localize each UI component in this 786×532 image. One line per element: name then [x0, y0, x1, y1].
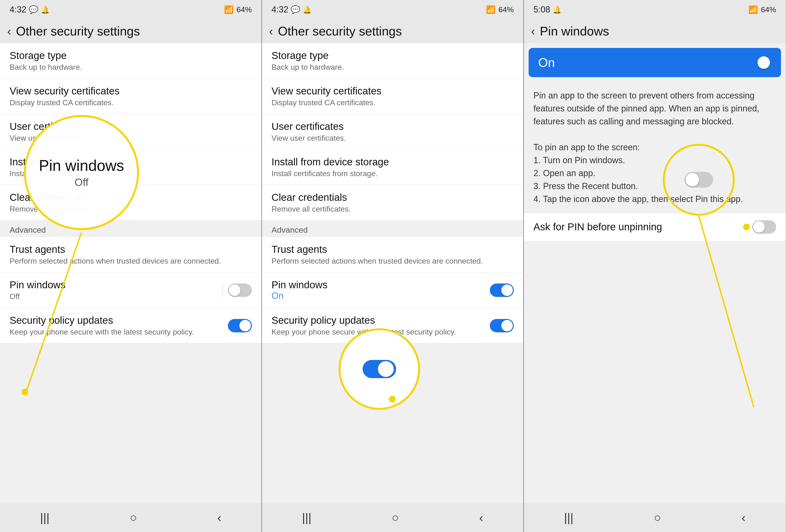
pin-windows-circle-overlay: Pin windows Off	[24, 115, 139, 230]
security-toggle-2[interactable]	[490, 319, 514, 332]
toggle-in-circle-p3[interactable]	[685, 172, 713, 188]
item-title: Install from device storage	[272, 156, 514, 168]
item-title: Storage type	[272, 50, 514, 61]
item-subtitle: Remove all certificates.	[272, 205, 514, 213]
list-item-pinwindows-2[interactable]: Pin windows On	[262, 273, 523, 308]
bottom-nav-1: ||| ○ ‹	[0, 503, 261, 532]
nav-home-1[interactable]: ○	[130, 511, 137, 525]
circle-title: Pin windows	[39, 157, 124, 175]
pinwindows-on-2: On	[272, 291, 490, 301]
toggle-circle-overlay-2	[339, 328, 420, 410]
pin-description: Pin an app to the screen to prevent othe…	[524, 82, 786, 213]
pin-on-toggle[interactable]	[745, 55, 771, 70]
sound-icon-2: 🔔	[303, 5, 311, 14]
security-subtitle-1: Keep your phone secure with the latest s…	[9, 328, 228, 337]
page-title-2: Other security settings	[278, 24, 402, 38]
yellow-dot-2	[389, 396, 396, 402]
content-2: Storage type Back up to hardware. View s…	[262, 43, 523, 503]
yellow-dot-1	[22, 389, 28, 395]
ask-pin-toggle[interactable]	[752, 220, 776, 234]
battery-1: 64%	[236, 5, 252, 14]
toggle-thumb	[229, 284, 240, 296]
item-subtitle: Back up to hardware.	[9, 63, 252, 72]
item-subtitle: Display trusted CA certificates.	[9, 98, 252, 107]
trust-title-1: Trust agents	[9, 244, 252, 255]
nav-home-2[interactable]: ○	[392, 511, 399, 525]
ask-pin-label: Ask for PIN before unpinning	[533, 221, 743, 233]
security-title-2: Security policy updates	[272, 315, 490, 326]
nav-back-3[interactable]: ‹	[741, 511, 745, 525]
list-item-usercerts-2[interactable]: User certificates View user certificates…	[262, 114, 523, 149]
bottom-nav-2: ||| ○ ‹	[262, 503, 523, 532]
status-bar-1: 4:32 💬 🔔 📶 64%	[0, 0, 261, 19]
item-subtitle: Display trusted CA certificates.	[272, 98, 514, 107]
item-title: Storage type	[9, 50, 252, 61]
time-2: 4:32	[272, 4, 288, 15]
toggle-thumb	[758, 56, 770, 69]
toggle-thumb	[686, 173, 699, 186]
back-button-3[interactable]: ‹	[531, 24, 535, 38]
toggle-thumb	[753, 221, 765, 233]
panel-3: 5:08 🔔 📶 64% ‹ Pin windows On Pin an app…	[524, 0, 786, 532]
sound-icon: 🔔	[41, 5, 50, 14]
item-title: View security certificates	[9, 85, 252, 97]
toggle-circle-p3	[663, 144, 735, 216]
list-item-viewcerts-1[interactable]: View security certificates Display trust…	[0, 78, 261, 114]
item-subtitle: Install certificates from storage.	[272, 169, 514, 178]
yellow-dot-3	[743, 224, 750, 230]
item-title: View security certificates	[272, 85, 514, 97]
toggle-in-circle[interactable]	[363, 360, 396, 378]
trust-subtitle-2: Perform selected actions when trusted de…	[272, 257, 514, 265]
circle-subtitle: Off	[74, 176, 88, 188]
top-bar-3: ‹ Pin windows	[524, 19, 786, 43]
status-bar-2: 4:32 💬 🔔 📶 64%	[262, 0, 523, 19]
list-item-trust-2[interactable]: Trust agents Perform selected actions wh…	[262, 237, 523, 273]
security-title-1: Security policy updates	[9, 315, 228, 326]
list-item-install-2[interactable]: Install from device storage Install cert…	[262, 149, 523, 185]
list-item-security-1[interactable]: Security policy updates Keep your phone …	[0, 308, 261, 343]
item-title: User certificates	[272, 121, 514, 132]
pin-windows-toggle-2[interactable]	[490, 283, 514, 297]
content-1: Storage type Back up to hardware. View s…	[0, 43, 261, 503]
page-title-3: Pin windows	[540, 24, 609, 38]
nav-home-3[interactable]: ○	[654, 511, 661, 525]
nav-recents-3[interactable]: |||	[564, 511, 574, 525]
sound-icon-3: 🔔	[553, 5, 561, 14]
ask-pin-row[interactable]: Ask for PIN before unpinning	[524, 213, 786, 241]
trust-title-2: Trust agents	[272, 244, 514, 255]
pin-on-bar[interactable]: On	[529, 48, 781, 77]
bottom-nav-3: ||| ○ ‹	[524, 503, 786, 532]
top-bar-2: ‹ Other security settings	[262, 19, 523, 43]
pinwindows-subtitle-1: Off	[9, 292, 218, 301]
back-button-1[interactable]: ‹	[7, 24, 11, 38]
nav-back-1[interactable]: ‹	[217, 511, 222, 525]
top-bar-1: ‹ Other security settings	[0, 19, 261, 43]
list-item-viewcerts-2[interactable]: View security certificates Display trust…	[262, 78, 523, 114]
toggle-thumb	[501, 320, 513, 331]
battery-2: 64%	[499, 5, 514, 14]
battery-3: 64%	[761, 5, 776, 14]
back-button-2[interactable]: ‹	[269, 24, 273, 38]
list-item-storage-2[interactable]: Storage type Back up to hardware.	[262, 43, 523, 78]
toggle-thumb	[501, 284, 513, 296]
nav-back-2[interactable]: ‹	[479, 511, 483, 525]
panel-1: 4:32 💬 🔔 📶 64% ‹ Other security settings…	[0, 0, 262, 532]
section-advanced-2: Advanced	[262, 221, 523, 237]
wifi-icon: 📶	[224, 5, 234, 14]
wifi-icon-2: 📶	[486, 5, 495, 14]
content-3: On Pin an app to the screen to prevent o…	[524, 43, 786, 503]
messenger-icon-2: 💬	[291, 5, 300, 14]
list-item-clear-2[interactable]: Clear credentials Remove all certificate…	[262, 185, 523, 221]
list-item-trust-1[interactable]: Trust agents Perform selected actions wh…	[0, 237, 261, 273]
messenger-icon: 💬	[29, 5, 38, 14]
security-toggle-1[interactable]	[228, 319, 252, 332]
pin-windows-toggle-1[interactable]	[228, 283, 252, 297]
item-subtitle: View user certificates.	[272, 134, 514, 143]
wifi-icon-3: 📶	[748, 5, 758, 14]
item-subtitle: Back up to hardware.	[272, 63, 514, 72]
section-advanced-1: Advanced	[0, 221, 261, 237]
list-item-storage-1[interactable]: Storage type Back up to hardware.	[0, 43, 261, 78]
nav-recents-1[interactable]: |||	[40, 511, 50, 525]
list-item-pinwindows-1[interactable]: Pin windows Off	[0, 273, 261, 308]
nav-recents-2[interactable]: |||	[302, 511, 311, 525]
